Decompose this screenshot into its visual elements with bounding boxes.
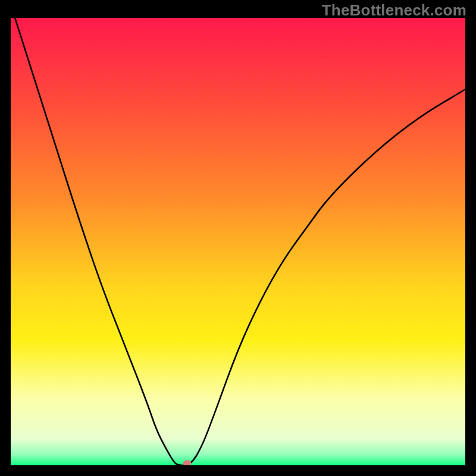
watermark-text: TheBottleneck.com xyxy=(322,1,466,20)
plot-frame xyxy=(11,18,465,465)
chart-container: TheBottleneck.com xyxy=(0,0,476,476)
gradient-background xyxy=(11,18,465,465)
plot-svg xyxy=(11,18,465,465)
